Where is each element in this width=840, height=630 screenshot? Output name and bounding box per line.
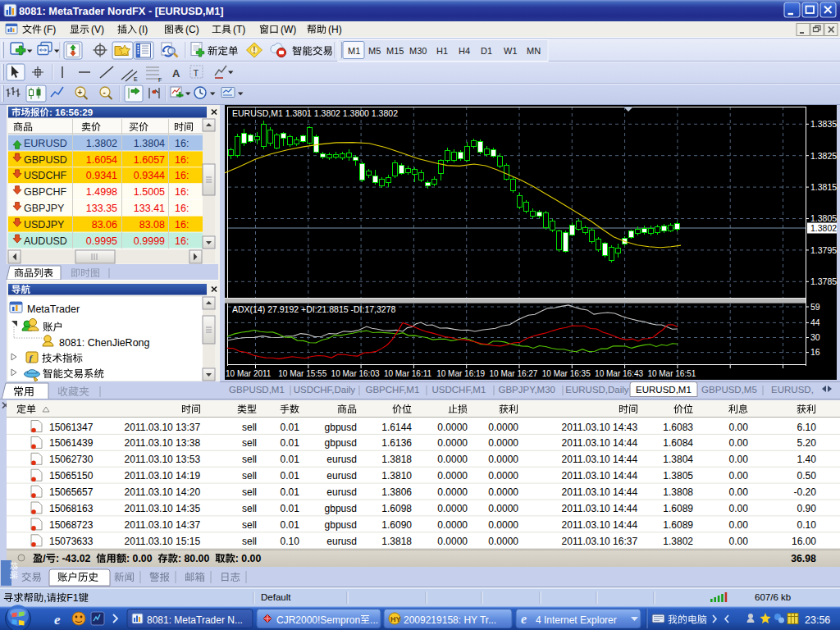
svg-text:5.20: 5.20 [797,437,817,449]
svg-text:16:: 16: [175,203,189,214]
svg-text:0.0000: 0.0000 [488,422,518,433]
svg-text:0.01: 0.01 [281,470,300,482]
svg-text:15065150: 15065150 [49,470,94,482]
svg-text:e: e [54,612,61,628]
svg-text:2009219158: HY Tr...: 2009219158: HY Tr... [404,614,496,626]
svg-text:1.6136: 1.6136 [381,437,412,449]
svg-text:16:: 16: [175,138,189,149]
svg-text:GBPUSD,M1: GBPUSD,M1 [229,385,285,395]
svg-text:GBPUSD,M5: GBPUSD,M5 [701,385,757,395]
svg-text:(I): (I) [139,24,148,35]
svg-text:0.0000: 0.0000 [488,470,518,482]
svg-text:E: E [134,76,138,82]
svg-text:sell: sell [242,503,257,514]
svg-text:10 Mar 15:55: 10 Mar 15:55 [278,369,326,378]
svg-text::: : [49,107,55,117]
svg-text:4 Internet Explorer: 4 Internet Explorer [536,614,617,626]
svg-text:1.3825: 1.3825 [810,151,837,161]
svg-text:0.0000: 0.0000 [488,437,518,449]
svg-text:2011.03.10 15:15: 2011.03.10 15:15 [125,536,201,547]
svg-text:15068163: 15068163 [49,503,94,514]
svg-text:2011.03.10 14:44: 2011.03.10 14:44 [562,454,638,465]
svg-text:: 0.00: : 0.00 [126,553,158,564]
svg-text:15065657: 15065657 [49,486,94,498]
svg-text:/: / [43,553,46,564]
svg-text:0.0000: 0.0000 [437,422,468,433]
svg-text:15068723: 15068723 [49,519,94,531]
svg-text:0.01: 0.01 [281,422,300,433]
svg-text:eurusd: eurusd [326,486,357,498]
svg-text:sell: sell [242,486,257,498]
svg-text:0.00: 0.00 [729,536,749,547]
svg-text:eurusd: eurusd [326,470,357,482]
svg-text:1.3804: 1.3804 [134,138,165,149]
svg-text:sell: sell [242,536,257,547]
svg-text:10 Mar 16:19: 10 Mar 16:19 [436,369,485,378]
svg-text:0.10: 0.10 [797,519,817,531]
svg-text:1.3805: 1.3805 [663,470,693,482]
svg-text:MetaTrader: MetaTrader [27,304,80,315]
svg-text:EURUSD,Daily: EURUSD,Daily [565,385,629,395]
svg-text:GBPUSD: GBPUSD [24,154,67,166]
svg-text:2011.03.10 14:44: 2011.03.10 14:44 [562,437,638,449]
svg-text:GBPJPY: GBPJPY [24,203,65,214]
svg-text:10 Mar 16:03: 10 Mar 16:03 [331,369,380,378]
svg-text:2011.03.10 14:44: 2011.03.10 14:44 [562,470,638,482]
svg-text:1.4998: 1.4998 [86,186,117,198]
svg-text:0.10: 0.10 [281,536,300,547]
svg-text:1.3802: 1.3802 [663,536,693,547]
svg-text:(C): (C) [185,24,199,35]
svg-text:1.6083: 1.6083 [663,422,693,433]
svg-text:2011.03.10 14:44: 2011.03.10 14:44 [562,519,638,531]
svg-text:0.0000: 0.0000 [437,536,468,547]
svg-text:2011.03.10 16:37: 2011.03.10 16:37 [562,536,638,547]
svg-text:0.0000: 0.0000 [488,503,518,514]
svg-text:USDCHF,M1: USDCHF,M1 [432,385,486,395]
svg-text:e: e [521,612,527,626]
svg-text:0.01: 0.01 [281,486,300,498]
svg-text:-: - [103,88,106,97]
svg-text:eurusd: eurusd [326,536,357,547]
svg-text:2011.03.10 14:44: 2011.03.10 14:44 [562,503,638,514]
svg-text:59: 59 [810,302,820,312]
svg-text:15062730: 15062730 [49,454,94,465]
svg-text:(T): (T) [233,24,245,35]
svg-text:1.6084: 1.6084 [663,437,693,449]
svg-text:44: 44 [810,317,820,327]
svg-text:6.10: 6.10 [797,422,817,433]
svg-text:1.6089: 1.6089 [663,519,693,531]
svg-text:1.6090: 1.6090 [381,519,412,531]
svg-text:1.6098: 1.6098 [381,503,412,514]
svg-text:2011.03.10 14:20: 2011.03.10 14:20 [125,486,201,498]
svg-text:15061347: 15061347 [49,422,94,433]
svg-text:2011.03.10 13:37: 2011.03.10 13:37 [125,422,201,433]
svg-text:1.3805: 1.3805 [810,213,837,223]
svg-text:83.08: 83.08 [139,219,165,231]
svg-text:2011.03.10 13:53: 2011.03.10 13:53 [125,454,201,465]
svg-text:: 0.00: : 0.00 [235,553,262,564]
svg-text:M5: M5 [368,46,381,56]
svg-text:: -43.02: : -43.02 [56,553,96,564]
svg-text:0.9999: 0.9999 [134,235,165,247]
svg-text:0.01: 0.01 [281,437,300,449]
svg-text:T: T [194,68,199,78]
svg-text:H4: H4 [459,46,470,56]
svg-text:A: A [172,67,180,80]
svg-text:1.3835: 1.3835 [810,119,837,129]
svg-text:1.3818: 1.3818 [381,454,412,465]
svg-text:1.3806: 1.3806 [381,486,412,498]
svg-text:MN: MN [527,46,541,56]
svg-text:1.3810: 1.3810 [381,470,412,482]
svg-text:: 80.00: : 80.00 [178,553,215,564]
svg-text:16:: 16: [175,235,189,247]
svg-text:16:: 16: [175,186,189,198]
svg-text:0.00: 0.00 [729,422,749,433]
svg-text:EURUSD,M1: EURUSD,M1 [636,385,692,395]
svg-text:0.9344: 0.9344 [134,170,165,181]
svg-text:(H): (H) [328,24,342,35]
svg-text:1.40: 1.40 [797,454,817,465]
svg-text:0.0000: 0.0000 [488,486,518,498]
svg-text:H1: H1 [436,46,448,56]
svg-text:10 Mar 16:27: 10 Mar 16:27 [490,369,538,378]
svg-text:1.3808: 1.3808 [663,486,693,498]
